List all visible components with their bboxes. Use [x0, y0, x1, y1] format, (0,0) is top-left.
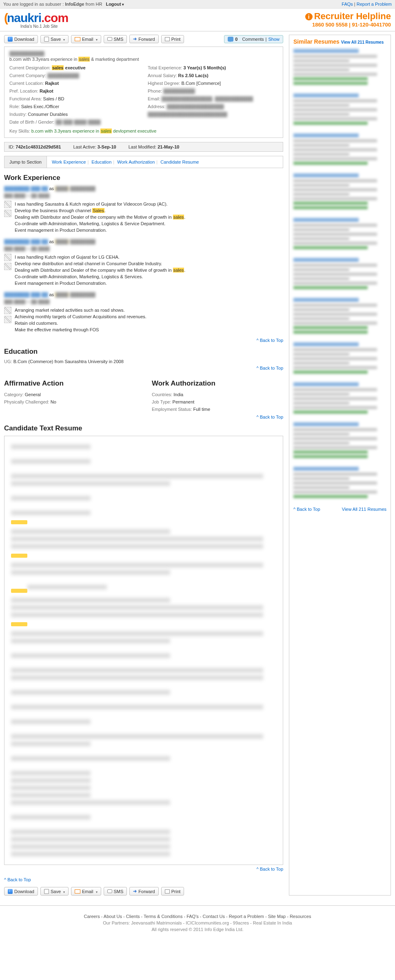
print-button[interactable]: Print [161, 887, 184, 896]
email-button[interactable]: Email [71, 35, 101, 43]
candidate-name: ███████████ [9, 51, 278, 56]
qr-icons [4, 201, 11, 233]
helpline: iRecruiter Helpline 1860 500 5558 | 91-1… [305, 11, 391, 28]
view-all-link[interactable]: View All 211 Resumes [342, 507, 386, 512]
save-button[interactable]: Save [40, 887, 69, 896]
profile-summary: ███████████ b.com with 3.3years experien… [4, 47, 283, 138]
download-button[interactable]: Download [4, 35, 38, 43]
back-to-top-link[interactable]: ^ Back to Top [293, 507, 320, 512]
similar-resume-item[interactable] [293, 298, 386, 338]
similar-resume-item[interactable] [293, 382, 386, 418]
sms-icon [107, 889, 112, 893]
jump-label: Jump to Section [4, 156, 47, 168]
logo-tagline: India's No.1 Job Site [20, 24, 68, 29]
sms-icon [107, 37, 112, 41]
similar-resumes-panel: Similar Resumes View All 211 Resumes ^ B… [289, 35, 391, 896]
side-title: Similar Resumes View All 211 Resumes [293, 38, 386, 45]
profile-right-col: Total Experience: 3 Year(s) 5 Month(s)An… [148, 64, 278, 126]
footer-links[interactable]: Careers - About Us - Clients - Terms & C… [0, 914, 395, 919]
section-education: Education [4, 348, 283, 356]
view-all-link[interactable]: View All 211 Resumes [341, 40, 384, 44]
email-icon [75, 889, 80, 894]
jump-link-edu[interactable]: Education [91, 160, 111, 164]
back-to-top-link[interactable]: ^ Back to Top [4, 877, 31, 882]
copyright: All rights reserved © 2011 Info Edge Ind… [0, 927, 395, 940]
logo[interactable]: naukri.com India's No.1 Job Site [4, 11, 68, 29]
section-affirmative: Affirmative Action [4, 379, 135, 388]
print-icon [165, 889, 170, 894]
similar-resume-item[interactable] [293, 218, 386, 254]
comment-icon [228, 37, 233, 42]
edu-row: UG: B.Com (Commerce) from Saurashtra Uni… [4, 359, 283, 364]
similar-resume-item[interactable] [293, 258, 386, 294]
download-icon [8, 889, 13, 894]
key-skills: Key Skills: b.com with 3.3years experien… [9, 129, 278, 133]
jump-link-resume[interactable]: Candidate Resume [160, 160, 199, 164]
exp-entry: ████████ ███ ██ as ████ ███████████ ████… [4, 185, 283, 233]
sms-button[interactable]: SMS [104, 887, 127, 896]
back-to-top-link[interactable]: ^ Back to Top [257, 338, 284, 343]
action-toolbar-bottom: Download Save Email SMS ➜Forward Print [4, 887, 283, 896]
profile-headline: b.com with 3.3years experience in sales … [9, 57, 278, 62]
back-to-top-link[interactable]: ^ Back to Top [257, 867, 284, 871]
exp-entry: ████████ ███ ██ as ████ ███████████ ████… [4, 291, 283, 333]
jump-to-section: Jump to Section Work Experience| Educati… [4, 156, 283, 168]
section-work-exp: Work Experience [4, 174, 283, 182]
resume-text-box [4, 436, 283, 865]
section-auth: Work Authorization [152, 379, 283, 388]
print-icon [165, 37, 170, 41]
similar-resume-item[interactable] [293, 422, 386, 463]
back-to-top-link[interactable]: ^ Back to Top [257, 366, 284, 370]
forward-button[interactable]: ➜Forward [129, 887, 158, 896]
jump-link-auth[interactable]: Work Authorization [117, 160, 155, 164]
jump-link-work[interactable]: Work Experience [52, 160, 86, 164]
top-bar: You are logged in as subuser : InfoEdge … [0, 0, 395, 9]
show-comments-link[interactable]: Show [268, 37, 280, 42]
action-toolbar: Download Save Email SMS ➜Forward Print 0… [4, 35, 283, 43]
forward-icon: ➜ [133, 36, 137, 42]
similar-resume-item[interactable] [293, 173, 386, 214]
email-button[interactable]: Email [71, 887, 101, 896]
faqs-link[interactable]: FAQs [342, 2, 353, 7]
from-text: from HR [85, 2, 102, 7]
similar-resume-item[interactable] [293, 93, 386, 129]
loggedin-text: You are logged in as subuser : [3, 2, 64, 7]
similar-resume-item[interactable] [293, 133, 386, 169]
back-to-top-link[interactable]: ^ Back to Top [257, 415, 284, 419]
download-icon [8, 37, 13, 42]
save-icon [44, 889, 49, 894]
sms-button[interactable]: SMS [104, 35, 127, 43]
logout-menu[interactable]: Logout [106, 2, 124, 7]
header: naukri.com India's No.1 Job Site iRecrui… [0, 9, 395, 29]
similar-resume-item[interactable] [293, 342, 386, 378]
save-button[interactable]: Save [40, 35, 69, 43]
footer-partners[interactable]: Our Partners: Jeevansathi Matrimonials -… [0, 920, 395, 925]
profile-left-col: Current Designation: sales executiveCurr… [9, 64, 140, 126]
email-icon [75, 37, 80, 41]
save-icon [44, 37, 49, 42]
subuser-name: InfoEdge [65, 2, 84, 7]
forward-button[interactable]: ➜Forward [129, 35, 158, 43]
section-resume: Candidate Text Resume [4, 424, 283, 432]
comments-box[interactable]: 0 Comments | Show [224, 35, 283, 43]
download-button[interactable]: Download [4, 887, 38, 896]
similar-resume-item[interactable] [293, 467, 386, 503]
qr-icons [4, 254, 11, 286]
forward-icon: ➜ [133, 889, 137, 894]
print-button[interactable]: Print [161, 35, 184, 43]
similar-resume-item[interactable] [293, 49, 386, 89]
info-icon: i [305, 13, 313, 20]
id-row: ID: 742e1c48312d29d581 Last Active: 3-Se… [4, 142, 283, 152]
exp-entry: ████████ ███ ██ as ████ ███████████ ████… [4, 238, 283, 286]
qr-icons [4, 307, 11, 333]
report-problem-link[interactable]: Report a Problem [357, 2, 392, 7]
